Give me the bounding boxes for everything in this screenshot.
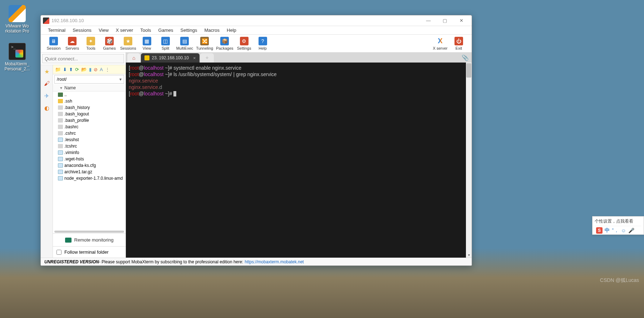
ime-mic-icon[interactable]: 🎤 (628, 228, 634, 233)
menu-xserver[interactable]: X server (112, 28, 137, 33)
tools-button-icon: ✦ (87, 37, 95, 45)
file-row[interactable]: .ssh (53, 98, 126, 104)
file-row[interactable]: .. (53, 91, 126, 98)
menu-settings[interactable]: Settings (177, 28, 201, 33)
split-button-icon: ◫ (161, 37, 170, 45)
minimize-button[interactable]: ― (420, 15, 437, 26)
file-name: anaconda-ks.cfg (64, 163, 96, 168)
path-text: /root/ (57, 77, 67, 82)
menu-view[interactable]: View (95, 28, 112, 33)
doc-icon (58, 163, 63, 168)
maximize-button[interactable]: ▢ (437, 15, 453, 26)
menu-tools[interactable]: Tools (137, 28, 154, 33)
scrollbar-down-icon[interactable]: ▾ (466, 252, 472, 258)
games-button[interactable]: 🎲Games (100, 37, 119, 50)
follow-terminal-checkbox[interactable] (56, 250, 62, 255)
tab-home[interactable]: ⌂ (127, 53, 140, 63)
remote-monitoring-button[interactable]: Remote monitoring (53, 233, 126, 246)
file-name: node_exporter-1.7.0.linux-amd (64, 176, 123, 181)
doc-icon (58, 150, 63, 155)
ime-lang-label[interactable]: 中 (605, 227, 610, 234)
ime-face-icon[interactable]: ☺ (621, 228, 626, 233)
file-name: .bash_logout (64, 111, 89, 116)
file-row[interactable]: .cshrc (53, 130, 126, 136)
file-browser: 📁 ⬇ ⬆ ⟳ 📂 ▮ ⊘ A ⋮ /root/ ▾ (53, 65, 126, 258)
settings-button[interactable]: ⚙Settings (235, 37, 254, 50)
file-tree[interactable]: ...ssh.bash_history.bash_logout.bash_pro… (53, 91, 126, 230)
view-button[interactable]: ▦View (138, 37, 156, 50)
file-row[interactable]: .lesshst (53, 136, 126, 143)
split-button[interactable]: ◫Split (156, 37, 175, 50)
file-name: .tcshrc (64, 144, 77, 149)
up-icon (58, 93, 63, 97)
download-icon[interactable]: ⬇ (63, 67, 67, 72)
terminal-output: nginx.service (129, 78, 158, 84)
floating-panel[interactable]: 个性设置，点我看看 S 中 °， ☺ 🎤 (592, 216, 644, 235)
more-icon[interactable]: ⋮ (105, 67, 110, 72)
new-file-icon[interactable]: ▮ (89, 67, 92, 72)
file-up-icon[interactable]: 📁 (55, 67, 61, 72)
xserver-button[interactable]: XX server (431, 37, 449, 50)
file-row[interactable]: .wget-hsts (53, 156, 126, 162)
ime-punct-icon[interactable]: °， (612, 227, 619, 234)
tab-session-active[interactable]: 23. 192.168.100.10 × (141, 53, 199, 63)
unregistered-label: UNREGISTERED VERSION (44, 259, 99, 264)
file-row[interactable]: anaconda-ks.cfg (53, 162, 126, 169)
ime-bar[interactable]: S 中 °， ☺ 🎤 (595, 226, 641, 234)
refresh-icon[interactable]: ⟳ (75, 67, 79, 72)
menu-help[interactable]: Help (223, 28, 240, 33)
servers-button[interactable]: ☁Servers (63, 37, 82, 50)
help-button[interactable]: ?Help (254, 37, 272, 50)
file-row[interactable]: .viminfo (53, 149, 126, 156)
close-button[interactable]: ✕ (453, 15, 470, 26)
sessions-button[interactable]: ★Sessions (119, 37, 138, 50)
multiexec-button[interactable]: ▤MultiExec (175, 37, 195, 50)
file-scrollbar[interactable] (54, 230, 124, 233)
new-folder-icon[interactable]: 📂 (81, 67, 87, 72)
tunneling-button-icon: 🔀 (200, 37, 209, 45)
tools-button[interactable]: ✦Tools (82, 37, 100, 50)
tab-close-icon[interactable]: × (193, 55, 196, 61)
statusbar-link[interactable]: https://mobaxterm.mobatek.net (245, 259, 304, 264)
menubar: Terminal Sessions View X server Tools Ga… (41, 26, 472, 35)
scrollbar-thumb[interactable] (466, 63, 471, 78)
desktop-icon-vmware[interactable]: VMware Wo rkstation Pro (3, 5, 31, 34)
delete-icon[interactable]: ⊘ (94, 67, 98, 72)
session-button[interactable]: 🖥Session (44, 37, 63, 50)
titlebar[interactable]: 192.168.100.10 ― ▢ ✕ (41, 15, 472, 26)
desktop-icon-mobaxterm[interactable]: MobaXterm_ Personal_2... (3, 43, 31, 72)
file-row[interactable]: .bash_history (53, 104, 126, 111)
sogou-icon[interactable]: S (596, 227, 603, 234)
file-row[interactable]: .tcshrc (53, 143, 126, 149)
terminal-scrollbar[interactable]: ▾ (466, 63, 472, 258)
help-button-icon: ? (259, 37, 267, 45)
vmware-icon (9, 5, 26, 22)
upload-icon[interactable]: ⬆ (69, 67, 73, 72)
tools-tab-icon[interactable]: ◐ (43, 104, 51, 112)
file-row[interactable]: .bash_logout (53, 111, 126, 117)
tunneling-button[interactable]: 🔀Tunneling (195, 37, 215, 50)
file-row[interactable]: .bash_profile (53, 117, 126, 124)
path-dropdown-icon[interactable]: ▾ (119, 77, 122, 82)
sftp-tab-icon[interactable]: 🖌 (43, 79, 51, 88)
menu-terminal[interactable]: Terminal (44, 28, 69, 33)
file-header-name[interactable]: Name (64, 85, 76, 90)
file-row[interactable]: node_exporter-1.7.0.linux-amd (53, 175, 126, 182)
file-row[interactable]: .bashrc (53, 124, 126, 130)
macros-tab-icon[interactable]: ✈ (43, 91, 51, 100)
menu-macros[interactable]: Macros (201, 28, 223, 33)
menu-sessions[interactable]: Sessions (69, 28, 95, 33)
multiexec-button-icon: ▤ (180, 37, 189, 45)
properties-icon[interactable]: A (100, 67, 103, 72)
quick-connect-input[interactable] (42, 54, 124, 63)
path-input[interactable]: /root/ ▾ (54, 75, 124, 84)
attachment-icon[interactable]: 📎 (462, 54, 469, 61)
packages-button[interactable]: 📦Packages (215, 37, 235, 50)
tab-new[interactable]: ✧ (200, 53, 214, 63)
file-row[interactable]: archive1.tar.gz (53, 169, 126, 175)
terminal[interactable]: [root@localhost ~]# systemctl enable ngi… (126, 63, 466, 258)
doc-icon (58, 176, 63, 180)
favorites-tab-icon[interactable]: ★ (43, 67, 51, 76)
menu-games[interactable]: Games (155, 28, 177, 33)
exit-button[interactable]: ⏻Exit (449, 37, 468, 50)
